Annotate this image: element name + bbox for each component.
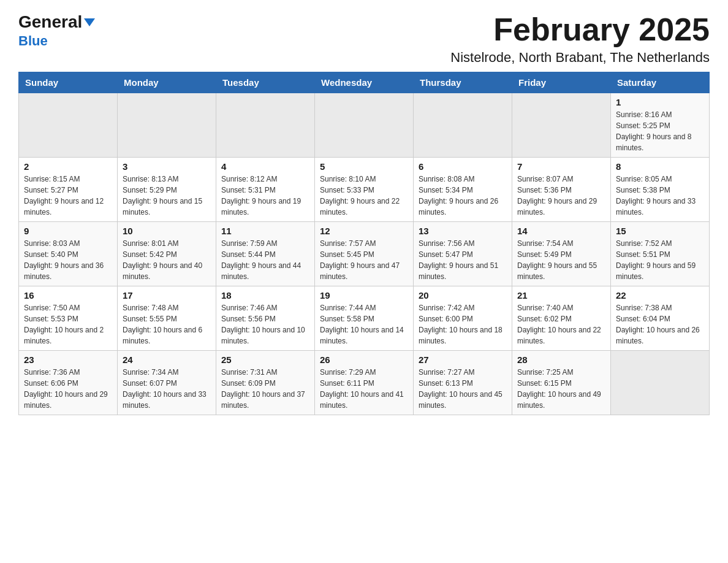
day-number: 3	[123, 161, 211, 172]
month-title: February 2025	[450, 12, 710, 47]
day-info: Sunrise: 7:42 AM Sunset: 6:00 PM Dayligh…	[419, 302, 507, 347]
day-number: 28	[517, 354, 605, 365]
calendar-day-cell: 6Sunrise: 8:08 AM Sunset: 5:34 PM Daylig…	[414, 158, 512, 222]
calendar-day-cell	[315, 93, 414, 158]
day-info: Sunrise: 8:07 AM Sunset: 5:36 PM Dayligh…	[517, 174, 605, 218]
day-info: Sunrise: 8:01 AM Sunset: 5:42 PM Dayligh…	[123, 238, 211, 282]
logo-triangle-icon	[84, 18, 95, 26]
day-number: 14	[517, 226, 605, 236]
day-info: Sunrise: 8:16 AM Sunset: 5:25 PM Dayligh…	[616, 109, 704, 153]
day-number: 20	[419, 290, 507, 301]
day-number: 13	[419, 226, 507, 236]
day-info: Sunrise: 7:31 AM Sunset: 6:09 PM Dayligh…	[221, 367, 309, 411]
day-info: Sunrise: 7:29 AM Sunset: 6:11 PM Dayligh…	[320, 367, 408, 411]
day-number: 25	[221, 354, 309, 365]
calendar-day-cell	[118, 93, 216, 158]
day-number: 15	[616, 226, 704, 236]
day-info: Sunrise: 7:56 AM Sunset: 5:47 PM Dayligh…	[419, 238, 507, 282]
day-info: Sunrise: 8:03 AM Sunset: 5:40 PM Dayligh…	[24, 238, 112, 282]
title-block: February 2025 Nistelrode, North Brabant,…	[450, 12, 710, 66]
day-info: Sunrise: 7:48 AM Sunset: 5:55 PM Dayligh…	[123, 302, 211, 347]
day-number: 8	[616, 161, 704, 172]
location-subtitle: Nistelrode, North Brabant, The Netherlan…	[450, 50, 710, 66]
calendar-day-cell: 25Sunrise: 7:31 AM Sunset: 6:09 PM Dayli…	[216, 351, 315, 415]
day-info: Sunrise: 7:38 AM Sunset: 6:04 PM Dayligh…	[616, 302, 704, 347]
day-info: Sunrise: 7:34 AM Sunset: 6:07 PM Dayligh…	[123, 367, 211, 411]
day-number: 22	[616, 290, 704, 301]
calendar-day-cell: 11Sunrise: 7:59 AM Sunset: 5:44 PM Dayli…	[216, 222, 315, 286]
day-number: 2	[24, 161, 112, 172]
day-info: Sunrise: 8:10 AM Sunset: 5:33 PM Dayligh…	[320, 174, 408, 218]
day-number: 26	[320, 354, 408, 365]
calendar-day-cell	[611, 351, 710, 415]
calendar-week-row: 1Sunrise: 8:16 AM Sunset: 5:25 PM Daylig…	[19, 93, 710, 158]
day-info: Sunrise: 7:46 AM Sunset: 5:56 PM Dayligh…	[221, 302, 309, 347]
calendar-day-cell: 22Sunrise: 7:38 AM Sunset: 6:04 PM Dayli…	[611, 286, 710, 351]
day-number: 21	[517, 290, 605, 301]
logo-line1: General	[18, 12, 95, 32]
calendar-day-cell: 28Sunrise: 7:25 AM Sunset: 6:15 PM Dayli…	[512, 351, 611, 415]
calendar-day-cell: 23Sunrise: 7:36 AM Sunset: 6:06 PM Dayli…	[19, 351, 118, 415]
calendar-day-cell: 24Sunrise: 7:34 AM Sunset: 6:07 PM Dayli…	[118, 351, 216, 415]
calendar-header-monday: Monday	[118, 72, 216, 93]
calendar-header-thursday: Thursday	[414, 72, 512, 93]
day-info: Sunrise: 7:59 AM Sunset: 5:44 PM Dayligh…	[221, 238, 309, 282]
day-info: Sunrise: 7:27 AM Sunset: 6:13 PM Dayligh…	[419, 367, 507, 411]
day-info: Sunrise: 7:40 AM Sunset: 6:02 PM Dayligh…	[517, 302, 605, 347]
day-number: 5	[320, 161, 408, 172]
calendar-day-cell: 3Sunrise: 8:13 AM Sunset: 5:29 PM Daylig…	[118, 158, 216, 222]
calendar-header-sunday: Sunday	[19, 72, 118, 93]
day-number: 10	[123, 226, 211, 236]
calendar-day-cell: 14Sunrise: 7:54 AM Sunset: 5:49 PM Dayli…	[512, 222, 611, 286]
calendar-day-cell	[216, 93, 315, 158]
logo-general-text: General	[18, 12, 82, 32]
day-info: Sunrise: 7:25 AM Sunset: 6:15 PM Dayligh…	[517, 367, 605, 411]
calendar-header-friday: Friday	[512, 72, 611, 93]
calendar-day-cell: 8Sunrise: 8:05 AM Sunset: 5:38 PM Daylig…	[611, 158, 710, 222]
day-number: 19	[320, 290, 408, 301]
calendar-day-cell: 2Sunrise: 8:15 AM Sunset: 5:27 PM Daylig…	[19, 158, 118, 222]
day-info: Sunrise: 8:13 AM Sunset: 5:29 PM Dayligh…	[123, 174, 211, 218]
day-number: 12	[320, 226, 408, 236]
calendar-day-cell: 5Sunrise: 8:10 AM Sunset: 5:33 PM Daylig…	[315, 158, 414, 222]
logo-blue-text: Blue	[18, 33, 48, 49]
day-info: Sunrise: 7:57 AM Sunset: 5:45 PM Dayligh…	[320, 238, 408, 282]
day-info: Sunrise: 7:44 AM Sunset: 5:58 PM Dayligh…	[320, 302, 408, 347]
day-info: Sunrise: 7:52 AM Sunset: 5:51 PM Dayligh…	[616, 238, 704, 282]
day-info: Sunrise: 8:15 AM Sunset: 5:27 PM Dayligh…	[24, 174, 112, 218]
calendar-day-cell: 1Sunrise: 8:16 AM Sunset: 5:25 PM Daylig…	[611, 93, 710, 158]
day-number: 16	[24, 290, 112, 301]
calendar-day-cell	[512, 93, 611, 158]
day-info: Sunrise: 8:05 AM Sunset: 5:38 PM Dayligh…	[616, 174, 704, 218]
day-number: 7	[517, 161, 605, 172]
day-number: 6	[419, 161, 507, 172]
calendar-day-cell: 9Sunrise: 8:03 AM Sunset: 5:40 PM Daylig…	[19, 222, 118, 286]
calendar-day-cell: 7Sunrise: 8:07 AM Sunset: 5:36 PM Daylig…	[512, 158, 611, 222]
logo: General Blue	[18, 12, 95, 49]
calendar-day-cell: 20Sunrise: 7:42 AM Sunset: 6:00 PM Dayli…	[414, 286, 512, 351]
calendar-day-cell: 10Sunrise: 8:01 AM Sunset: 5:42 PM Dayli…	[118, 222, 216, 286]
calendar-header-wednesday: Wednesday	[315, 72, 414, 93]
day-number: 17	[123, 290, 211, 301]
day-number: 27	[419, 354, 507, 365]
calendar-week-row: 9Sunrise: 8:03 AM Sunset: 5:40 PM Daylig…	[19, 222, 710, 286]
calendar-day-cell: 15Sunrise: 7:52 AM Sunset: 5:51 PM Dayli…	[611, 222, 710, 286]
calendar-day-cell: 27Sunrise: 7:27 AM Sunset: 6:13 PM Dayli…	[414, 351, 512, 415]
calendar-day-cell: 21Sunrise: 7:40 AM Sunset: 6:02 PM Dayli…	[512, 286, 611, 351]
calendar-day-cell: 13Sunrise: 7:56 AM Sunset: 5:47 PM Dayli…	[414, 222, 512, 286]
calendar-week-row: 16Sunrise: 7:50 AM Sunset: 5:53 PM Dayli…	[19, 286, 710, 351]
calendar-day-cell: 12Sunrise: 7:57 AM Sunset: 5:45 PM Dayli…	[315, 222, 414, 286]
day-number: 11	[221, 226, 309, 236]
calendar-header-saturday: Saturday	[611, 72, 710, 93]
calendar-day-cell: 19Sunrise: 7:44 AM Sunset: 5:58 PM Dayli…	[315, 286, 414, 351]
page-header: General Blue February 2025 Nistelrode, N…	[18, 12, 710, 66]
calendar-day-cell: 26Sunrise: 7:29 AM Sunset: 6:11 PM Dayli…	[315, 351, 414, 415]
day-info: Sunrise: 8:08 AM Sunset: 5:34 PM Dayligh…	[419, 174, 507, 218]
calendar-day-cell	[414, 93, 512, 158]
calendar-day-cell: 17Sunrise: 7:48 AM Sunset: 5:55 PM Dayli…	[118, 286, 216, 351]
calendar-header-row: SundayMondayTuesdayWednesdayThursdayFrid…	[19, 72, 710, 93]
calendar-day-cell: 16Sunrise: 7:50 AM Sunset: 5:53 PM Dayli…	[19, 286, 118, 351]
day-info: Sunrise: 7:54 AM Sunset: 5:49 PM Dayligh…	[517, 238, 605, 282]
calendar-table: SundayMondayTuesdayWednesdayThursdayFrid…	[18, 72, 710, 415]
day-number: 23	[24, 354, 112, 365]
